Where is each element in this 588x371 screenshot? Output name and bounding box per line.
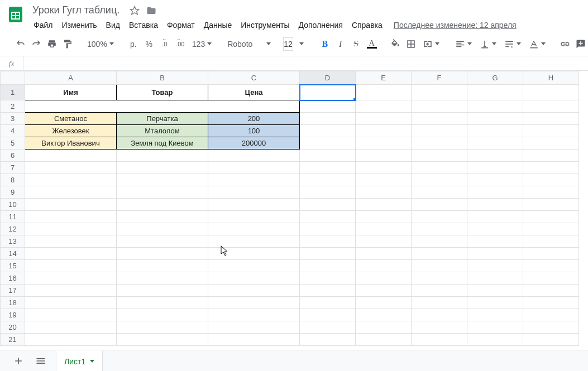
cell[interactable] [208, 174, 300, 186]
menu-insert[interactable]: Вставка [125, 18, 162, 32]
cell[interactable] [208, 199, 300, 211]
cell[interactable] [356, 272, 412, 285]
cell[interactable] [356, 223, 412, 235]
cell[interactable] [25, 211, 117, 223]
cell[interactable] [208, 260, 300, 272]
cell[interactable] [412, 162, 467, 174]
cell[interactable] [523, 137, 579, 150]
cell[interactable] [208, 186, 300, 199]
cell[interactable] [412, 150, 467, 162]
cell[interactable]: Имя [25, 85, 117, 100]
cell[interactable] [412, 174, 467, 186]
column-header[interactable]: H [523, 71, 579, 85]
cell[interactable] [25, 150, 117, 162]
cell[interactable] [25, 334, 117, 346]
cell[interactable] [300, 150, 356, 162]
cell[interactable] [356, 321, 412, 334]
cell[interactable] [117, 199, 208, 211]
cell[interactable] [117, 150, 208, 162]
row-header[interactable]: 10 [1, 199, 25, 211]
cell[interactable] [523, 248, 579, 260]
cell[interactable] [523, 309, 579, 321]
all-sheets-button[interactable] [34, 354, 48, 368]
cell[interactable] [356, 285, 412, 297]
cell[interactable] [208, 211, 300, 223]
cell[interactable] [300, 321, 356, 334]
column-header[interactable]: C [208, 71, 300, 85]
cell[interactable] [25, 260, 117, 272]
cell[interactable] [356, 174, 412, 186]
row-header[interactable]: 20 [1, 321, 25, 334]
cell[interactable] [117, 334, 208, 346]
cell[interactable] [467, 100, 523, 113]
cell[interactable] [356, 162, 412, 174]
cell[interactable] [208, 272, 300, 285]
column-header[interactable]: E [356, 71, 412, 85]
cell[interactable] [412, 137, 467, 150]
sheets-logo[interactable] [4, 3, 27, 26]
cell[interactable] [208, 223, 300, 235]
cell[interactable] [467, 334, 523, 346]
undo-button[interactable] [13, 37, 28, 51]
insert-comment-button[interactable] [573, 37, 588, 51]
menu-format[interactable]: Формат [162, 18, 199, 32]
cell[interactable] [300, 334, 356, 346]
cell[interactable] [412, 113, 467, 125]
folder-icon[interactable] [146, 6, 156, 16]
row-header[interactable]: 5 [1, 137, 25, 150]
cell[interactable] [467, 235, 523, 248]
italic-button[interactable]: I [333, 37, 348, 51]
cell[interactable] [208, 309, 300, 321]
decrease-decimal-button[interactable]: .0← [157, 37, 172, 51]
cell[interactable] [25, 162, 117, 174]
row-header[interactable]: 3 [1, 113, 25, 125]
cell[interactable] [300, 85, 356, 100]
cell[interactable] [208, 162, 300, 174]
cell[interactable] [356, 334, 412, 346]
merge-cells-dropdown[interactable] [419, 37, 443, 51]
cell[interactable] [356, 235, 412, 248]
cell[interactable]: Сметанос [25, 113, 117, 125]
cell[interactable]: Перчатка [117, 113, 208, 125]
increase-decimal-button[interactable]: .00→ [173, 37, 188, 51]
cell[interactable] [117, 223, 208, 235]
number-format-dropdown[interactable]: 123 [189, 37, 215, 51]
cell[interactable] [300, 162, 356, 174]
cell[interactable] [467, 309, 523, 321]
row-header[interactable]: 9 [1, 186, 25, 199]
cell[interactable]: 200000 [208, 137, 300, 150]
cell[interactable] [523, 85, 579, 100]
cell[interactable]: Земля под Киевом [117, 137, 208, 150]
percent-button[interactable]: % [142, 37, 156, 51]
cell[interactable] [25, 174, 117, 186]
cell[interactable] [523, 272, 579, 285]
cell[interactable] [467, 85, 523, 100]
cell[interactable] [25, 248, 117, 260]
column-header[interactable]: F [412, 71, 467, 85]
cell[interactable] [117, 272, 208, 285]
cell[interactable] [356, 248, 412, 260]
cell[interactable] [117, 174, 208, 186]
doc-title[interactable]: Уроки Гугл таблиц. [29, 3, 123, 17]
cell[interactable] [356, 199, 412, 211]
row-header[interactable]: 11 [1, 211, 25, 223]
cell[interactable] [412, 309, 467, 321]
cell[interactable] [356, 297, 412, 309]
text-wrap-dropdown[interactable] [501, 37, 524, 51]
cell[interactable] [208, 321, 300, 334]
paint-format-button[interactable] [60, 37, 75, 51]
column-header[interactable]: G [467, 71, 523, 85]
cell[interactable] [300, 309, 356, 321]
cell[interactable] [300, 100, 356, 113]
row-header[interactable]: 1 [1, 85, 25, 100]
cell[interactable] [208, 285, 300, 297]
column-header[interactable]: B [117, 71, 208, 85]
fill-color-button[interactable] [388, 37, 403, 51]
cell[interactable] [356, 100, 412, 113]
cell[interactable] [467, 125, 523, 137]
formula-input[interactable] [23, 56, 588, 70]
add-sheet-button[interactable] [11, 354, 26, 368]
row-header[interactable]: 18 [1, 297, 25, 309]
row-header[interactable]: 19 [1, 309, 25, 321]
cell[interactable] [523, 297, 579, 309]
